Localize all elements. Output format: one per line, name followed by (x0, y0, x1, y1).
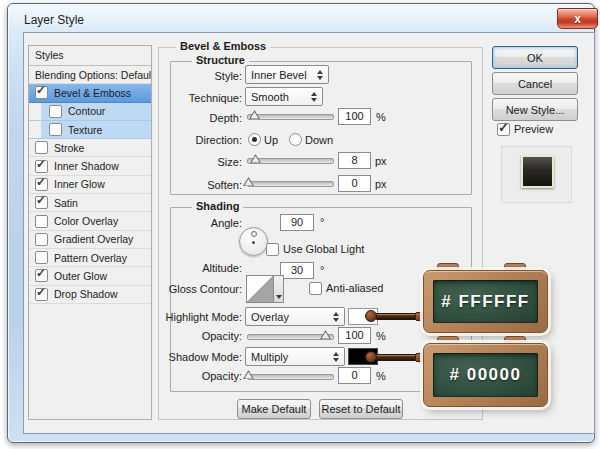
size-field[interactable]: 8 (338, 152, 371, 169)
depth-field[interactable]: 100 (338, 108, 371, 125)
sidebar-item-drop-shadow[interactable]: Drop Shadow (29, 286, 151, 304)
highlight-opacity-unit: % (376, 330, 386, 342)
angle-dial[interactable] (239, 227, 268, 256)
window-title: Layer Style (24, 13, 84, 27)
sidebar-item-inner-glow[interactable]: Inner Glow (29, 176, 151, 194)
sidebar-item-blending-options[interactable]: Blending Options: Default (29, 66, 151, 84)
sidebar-item-satin[interactable]: Satin (29, 194, 151, 212)
sidebar-item-pattern-overlay[interactable]: Pattern Overlay (29, 249, 151, 267)
cancel-button[interactable]: Cancel (492, 72, 578, 95)
size-slider-track[interactable] (247, 158, 334, 164)
sidebar-item-label: Color Overlay (54, 215, 118, 227)
soften-slider-track[interactable] (247, 181, 334, 187)
make-default-button[interactable]: Make Default (237, 399, 311, 419)
checkbox-gradient-overlay[interactable] (35, 233, 48, 246)
sidebar-item-label: Gradient Overlay (54, 233, 133, 245)
pointer-stick-knob (365, 351, 377, 363)
sidebar-item-inner-shadow[interactable]: Inner Shadow (29, 157, 151, 175)
gloss-contour-thumbnail[interactable] (246, 275, 274, 303)
sidebar-item-gradient-overlay[interactable]: Gradient Overlay (29, 231, 151, 249)
soften-unit: px (375, 178, 387, 190)
direction-label: Direction: (160, 134, 242, 146)
shadow-opacity-track[interactable] (247, 374, 334, 380)
technique-label: Technique: (160, 92, 242, 104)
technique-dropdown[interactable]: Smooth (245, 87, 323, 106)
updown-arrows-icon (317, 70, 323, 80)
altitude-unit: ° (320, 264, 324, 276)
reset-to-default-button[interactable]: Reset to Default (319, 399, 403, 419)
angle-unit: ° (320, 216, 324, 228)
sidebar-item-texture[interactable]: Texture (29, 121, 151, 139)
checkbox-outer-glow[interactable] (35, 269, 48, 282)
altitude-label: Altitude: (160, 262, 242, 274)
angle-label: Angle: (160, 217, 242, 229)
highlight-opacity-label: Opacity: (160, 330, 242, 342)
checkbox-contour[interactable] (49, 105, 62, 118)
anti-aliased-label: Anti-aliased (326, 282, 383, 294)
soften-field[interactable]: 0 (338, 175, 371, 192)
updown-arrows-icon (311, 92, 317, 102)
gloss-contour-label: Gloss Contour: (160, 283, 242, 295)
highlight-mode-dropdown[interactable]: Overlay (245, 307, 345, 326)
sidebar-item-label: Stroke (54, 142, 84, 154)
altitude-field[interactable]: 30 (280, 262, 314, 279)
anti-aliased-checkbox[interactable] (309, 282, 322, 295)
sidebar-item-outer-glow[interactable]: Outer Glow (29, 267, 151, 285)
close-button[interactable]: x (557, 8, 598, 29)
sidebar-item-stroke[interactable]: Stroke (29, 139, 151, 157)
pointer-stick-knob (365, 310, 377, 322)
sidebar-item-color-overlay[interactable]: Color Overlay (29, 212, 151, 230)
sidebar-item-contour[interactable]: Contour (29, 103, 151, 121)
style-value: Inner Bevel (251, 69, 307, 81)
updown-arrows-icon (333, 352, 339, 362)
preview-checkbox[interactable] (497, 123, 510, 136)
pointer-stick-cap (415, 353, 423, 362)
style-dropdown[interactable]: Inner Bevel (245, 65, 329, 84)
sidebar-item-bevel-emboss[interactable]: Bevel & Emboss (29, 84, 151, 102)
direction-up-radio[interactable] (248, 133, 261, 146)
shadow-mode-dropdown[interactable]: Multiply (245, 347, 345, 366)
sidebar-item-label: Satin (54, 197, 78, 209)
shadow-opacity-field[interactable]: 0 (338, 367, 371, 384)
sidebar-item-label: Blending Options: Default (35, 69, 151, 81)
sidebar-item-label: Texture (68, 124, 102, 136)
checkbox-texture[interactable] (49, 123, 62, 136)
depth-label: Depth: (160, 112, 242, 124)
sidebar-item-label: Pattern Overlay (54, 252, 127, 264)
highlight-hex-annotation-board: # FFFFFF (423, 270, 548, 333)
checkbox-bevel-emboss[interactable] (35, 86, 48, 99)
ok-button[interactable]: OK (492, 46, 578, 69)
new-style-button[interactable]: New Style... (492, 98, 578, 121)
highlight-opacity-field[interactable]: 100 (338, 327, 371, 344)
checkbox-color-overlay[interactable] (35, 215, 48, 228)
updown-arrows-icon (333, 312, 339, 322)
checkbox-stroke[interactable] (35, 141, 48, 154)
direction-down-radio[interactable] (289, 133, 302, 146)
shadow-opacity-unit: % (376, 370, 386, 382)
angle-field[interactable]: 90 (280, 214, 314, 231)
checkbox-pattern-overlay[interactable] (35, 251, 48, 264)
styles-header: Styles (29, 46, 151, 66)
checkbox-satin[interactable] (35, 196, 48, 209)
technique-value: Smooth (251, 91, 289, 103)
close-icon: x (574, 13, 581, 25)
checkbox-inner-glow[interactable] (35, 178, 48, 191)
shadow-mode-value: Multiply (251, 351, 288, 363)
shadow-opacity-label: Opacity: (160, 370, 242, 382)
gloss-contour-dropdown[interactable] (273, 275, 284, 303)
shadow-mode-label: Shadow Mode: (160, 351, 242, 363)
highlight-mode-label: Highlight Mode: (160, 311, 242, 323)
sidebar-item-label: Inner Glow (54, 178, 105, 190)
shadow-hex-annotation-board: # 00000 (423, 343, 548, 407)
size-unit: px (375, 155, 387, 167)
depth-slider-track[interactable] (247, 114, 334, 120)
checkbox-inner-shadow[interactable] (35, 160, 48, 173)
highlight-hex-text: # FFFFFF (433, 280, 538, 323)
checkbox-drop-shadow[interactable] (35, 288, 48, 301)
highlight-opacity-track[interactable] (247, 334, 334, 340)
style-label: Style: (160, 70, 242, 82)
dropdown-arrow-icon (276, 295, 282, 299)
size-label: Size: (160, 156, 242, 168)
preview-panel (501, 146, 572, 203)
use-global-light-checkbox[interactable] (266, 243, 279, 256)
